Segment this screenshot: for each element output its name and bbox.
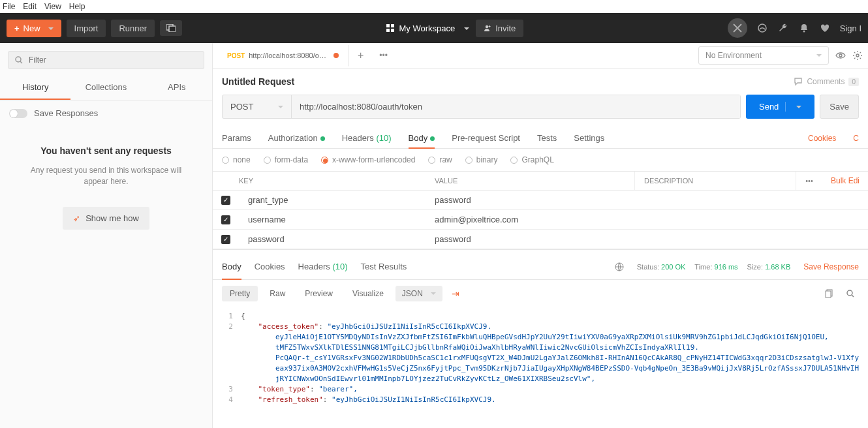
response-body[interactable]: 12 34 { "access_token": "eyJhbGciOiJSUzI…: [213, 307, 868, 409]
svg-point-4: [803, 31, 805, 33]
radio-binary[interactable]: binary: [465, 155, 498, 164]
topbar: New Import Runner My Workspace Invite Si…: [0, 13, 868, 43]
menubar[interactable]: File Edit View Help: [0, 0, 868, 13]
radio-none[interactable]: none: [222, 155, 251, 164]
new-window-button[interactable]: [160, 20, 182, 36]
tab-prerequest[interactable]: Pre-request Script: [452, 128, 520, 148]
search-icon: [15, 56, 23, 65]
show-me-how-button[interactable]: ➶ Show me how: [63, 207, 149, 230]
comments-button[interactable]: Comments 0: [794, 77, 859, 86]
kv-key[interactable]: grant_type: [239, 191, 426, 209]
send-button[interactable]: Send: [746, 95, 814, 119]
search-icon[interactable]: [842, 289, 859, 298]
save-response-link[interactable]: Save Response: [803, 262, 859, 271]
menu-help[interactable]: Help: [69, 2, 85, 11]
filter-box[interactable]: [8, 51, 204, 69]
radio-raw[interactable]: raw: [428, 155, 452, 164]
new-label: New: [23, 23, 40, 33]
resp-tab-headers[interactable]: Headers (10): [298, 259, 348, 274]
tab-headers[interactable]: Headers (10): [342, 128, 392, 148]
response-meta: Status: 200 OK Time: 916 ms Size: 1.68 K…: [637, 263, 791, 271]
chevron-down-icon[interactable]: [785, 102, 801, 112]
kv-actions-button[interactable]: •••: [796, 172, 822, 190]
grid-icon: [386, 24, 394, 32]
resp-tab-body[interactable]: Body: [222, 259, 241, 274]
heart-icon[interactable]: [819, 22, 831, 34]
kv-row[interactable]: ✓ username admin@pixeltrice.com: [213, 210, 868, 230]
kv-key[interactable]: username: [239, 210, 426, 229]
tab-tests[interactable]: Tests: [537, 128, 557, 148]
response-size: 1.68 KB: [765, 263, 790, 271]
request-title[interactable]: Untitled Request: [222, 76, 294, 87]
request-section-tabs: Params Authorization Headers (10) Body P…: [213, 125, 868, 149]
runner-button[interactable]: Runner: [111, 20, 155, 37]
menu-edit[interactable]: Edit: [23, 2, 37, 11]
invite-button[interactable]: Invite: [476, 20, 523, 37]
tab-authorization[interactable]: Authorization: [268, 128, 325, 148]
chevron-down-icon: [44, 23, 54, 33]
tab-history[interactable]: History: [0, 76, 70, 100]
workspace-label: My Workspace: [399, 23, 456, 33]
kv-value[interactable]: password: [426, 230, 634, 249]
new-button[interactable]: New: [7, 20, 61, 37]
comments-label: Comments: [807, 77, 845, 86]
kv-desc[interactable]: [634, 230, 868, 249]
kv-key[interactable]: password: [239, 230, 426, 249]
resp-tab-tests[interactable]: Test Results: [361, 259, 407, 274]
active-dot-icon: [320, 136, 325, 141]
new-tab-button[interactable]: +: [349, 43, 373, 68]
filter-input[interactable]: [29, 55, 197, 65]
kv-value[interactable]: password: [426, 191, 634, 209]
view-preview[interactable]: Preview: [297, 286, 341, 301]
eye-icon[interactable]: [835, 50, 846, 61]
resp-tab-cookies[interactable]: Cookies: [255, 259, 285, 274]
gear-icon[interactable]: [852, 50, 863, 61]
kv-desc[interactable]: [634, 210, 868, 229]
signin-link[interactable]: Sign I: [840, 23, 861, 33]
radio-urlencoded[interactable]: x-www-form-urlencoded: [321, 155, 415, 164]
kv-row[interactable]: ✓ grant_type password: [213, 191, 868, 210]
code-link[interactable]: C: [853, 134, 859, 143]
workspace-selector[interactable]: My Workspace: [386, 23, 470, 33]
import-button[interactable]: Import: [67, 20, 106, 37]
globe-icon[interactable]: [615, 262, 624, 271]
row-checkbox[interactable]: ✓: [221, 235, 230, 244]
tab-body[interactable]: Body: [409, 128, 435, 148]
tab-params[interactable]: Params: [222, 128, 251, 148]
url-input[interactable]: [292, 95, 740, 118]
radio-graphql[interactable]: GraphQL: [510, 155, 553, 164]
satellite-icon[interactable]: [756, 22, 768, 34]
environment-select[interactable]: No Environment: [698, 46, 829, 65]
col-description: DESCRIPTION: [634, 172, 796, 190]
copy-icon[interactable]: [821, 289, 838, 298]
radio-formdata[interactable]: form-data: [264, 155, 308, 164]
kv-row[interactable]: ✓ password password: [213, 230, 868, 249]
save-responses-toggle[interactable]: [9, 109, 27, 118]
row-checkbox[interactable]: ✓: [221, 215, 230, 224]
kv-value[interactable]: admin@pixeltrice.com: [426, 210, 634, 229]
row-checkbox[interactable]: ✓: [221, 196, 230, 205]
format-select[interactable]: JSON: [395, 286, 442, 301]
body-type-radios: none form-data x-www-form-urlencoded raw…: [213, 149, 868, 171]
send-label: Send: [759, 102, 779, 112]
kv-desc[interactable]: [634, 191, 868, 209]
cookies-link[interactable]: Cookies: [808, 134, 836, 143]
tab-collections[interactable]: Collections: [70, 76, 141, 100]
bulk-edit-link[interactable]: Bulk Edi: [831, 176, 860, 185]
tab-overflow-button[interactable]: •••: [373, 44, 394, 67]
view-raw[interactable]: Raw: [262, 286, 293, 301]
wrench-icon[interactable]: [777, 22, 789, 34]
menu-file[interactable]: File: [3, 2, 15, 11]
request-tab[interactable]: POST http://localhost:8080/oauth/to...: [218, 45, 349, 67]
tab-apis[interactable]: APIs: [142, 76, 212, 100]
save-button[interactable]: Save: [820, 95, 859, 119]
bell-icon[interactable]: [798, 22, 810, 34]
menu-view[interactable]: View: [44, 2, 61, 11]
dirty-indicator-icon: [333, 53, 339, 58]
tab-settings[interactable]: Settings: [574, 128, 604, 148]
capture-icon[interactable]: [728, 18, 747, 38]
wrap-lines-icon[interactable]: ⇥: [446, 285, 465, 302]
view-pretty[interactable]: Pretty: [222, 286, 258, 301]
method-select[interactable]: POST: [223, 95, 292, 118]
view-visualize[interactable]: Visualize: [345, 286, 392, 301]
